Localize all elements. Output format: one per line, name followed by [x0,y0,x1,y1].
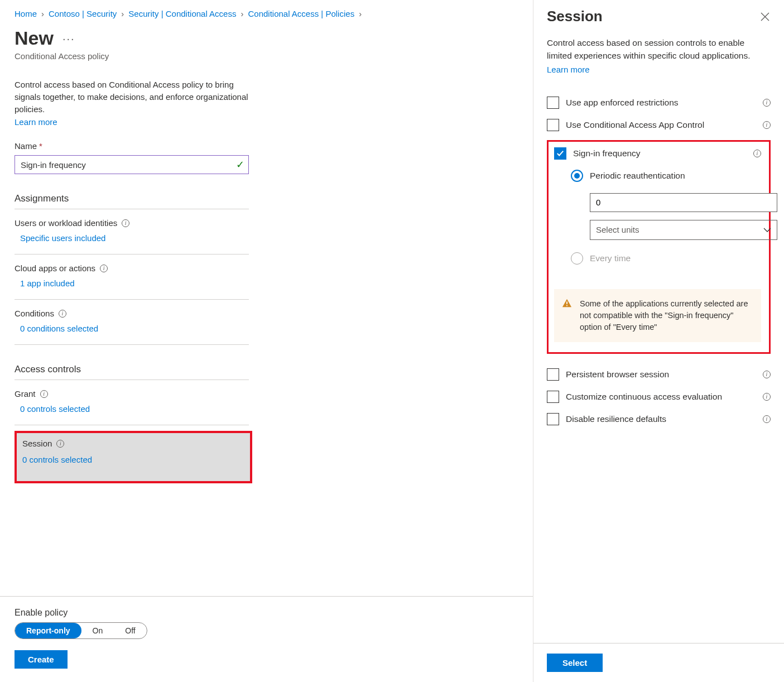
session-panel: Session Control access based on session … [533,0,784,682]
svg-rect-1 [566,305,567,306]
signin-frequency-highlight: Sign-in frequency i Periodic reauthentic… [547,140,771,354]
label-periodic: Periodic reauthentication [590,171,685,181]
toggle-report-only[interactable]: Report-only [15,623,81,638]
info-icon[interactable]: i [753,150,761,157]
access-controls-header: Access controls [15,364,249,380]
info-icon[interactable]: i [763,371,771,378]
units-placeholder: Select units [596,225,639,234]
conditions-label: Conditions [15,309,54,318]
enable-policy-label: Enable policy [15,608,518,618]
info-icon[interactable]: i [763,99,771,107]
checkbox-app-enforced[interactable] [547,97,559,109]
chevron-down-icon [763,225,771,234]
learn-more-link[interactable]: Learn more [15,117,518,127]
chevron-right-icon: › [121,9,124,18]
toggle-off[interactable]: Off [114,623,146,638]
assignments-header: Assignments [15,193,249,209]
page-intro: Control access based on Conditional Acce… [15,79,249,115]
users-label: Users or workload identities [15,218,117,228]
panel-learn-more-link[interactable]: Learn more [547,65,771,74]
breadcrumb-policies[interactable]: Conditional Access | Policies [248,9,354,18]
session-value[interactable]: 0 controls selected [22,455,244,464]
checkbox-persistent-browser[interactable] [547,368,559,381]
label-ca-app-control: Use Conditional Access App Control [566,120,756,130]
units-select[interactable]: Select units [590,220,777,240]
label-app-enforced: Use app enforced restrictions [566,98,756,108]
warning-box: Some of the applications currently selec… [554,289,761,342]
info-icon[interactable]: i [763,415,771,423]
label-cae: Customize continuous access evaluation [566,392,756,402]
session-label: Session [22,439,52,448]
checkbox-resilience[interactable] [547,413,559,425]
radio-every-time[interactable] [571,252,583,265]
breadcrumb-conditional-access[interactable]: Security | Conditional Access [128,9,236,18]
bottom-bar: Enable policy Report-only On Off Create [0,596,533,669]
toggle-on[interactable]: On [81,623,114,638]
label-every-time: Every time [590,253,631,263]
session-block-highlight: Session i 0 controls selected [15,431,252,483]
chevron-right-icon: › [359,9,362,18]
info-icon[interactable]: i [40,390,48,398]
info-icon[interactable]: i [763,393,771,401]
name-input[interactable] [15,155,249,174]
info-icon[interactable]: i [59,310,66,318]
panel-intro: Control access based on session controls… [547,36,771,63]
svg-rect-0 [566,301,567,304]
breadcrumb-security[interactable]: Contoso | Security [49,9,117,18]
label-resilience: Disable resilience defaults [566,414,756,424]
chevron-right-icon: › [241,9,243,18]
cloud-apps-label: Cloud apps or actions [15,263,95,273]
main-content: Home › Contoso | Security › Security | C… [0,0,533,682]
breadcrumb: Home › Contoso | Security › Security | C… [15,9,518,18]
grant-value[interactable]: 0 controls selected [15,404,249,414]
panel-title: Session [547,8,603,25]
session-item[interactable]: Session i 0 controls selected [17,433,250,481]
name-label: Name* [15,141,518,151]
checkbox-signin-frequency[interactable] [554,147,566,160]
conditions-value[interactable]: 0 conditions selected [15,324,249,333]
page-subtitle: Conditional Access policy [15,51,518,61]
create-button[interactable]: Create [15,650,68,669]
cloud-apps-value[interactable]: 1 app included [15,278,249,288]
breadcrumb-home[interactable]: Home [15,9,37,18]
label-signin-frequency: Sign-in frequency [573,148,747,159]
info-icon[interactable]: i [122,219,129,227]
warning-text: Some of the applications currently selec… [580,298,752,333]
checkbox-cae[interactable] [547,391,559,403]
checkbox-ca-app-control[interactable] [547,119,559,131]
radio-periodic[interactable] [571,170,583,182]
info-icon[interactable]: i [100,265,108,272]
chevron-right-icon: › [41,9,44,18]
select-button[interactable]: Select [547,654,603,672]
label-persistent-browser: Persistent browser session [566,369,756,380]
close-icon[interactable] [757,9,773,25]
enable-policy-toggle[interactable]: Report-only On Off [15,622,147,639]
panel-footer: Select [533,643,784,682]
checkmark-icon: ✓ [236,159,244,171]
page-title: New [15,27,54,49]
frequency-value-input[interactable] [590,193,777,212]
info-icon[interactable]: i [763,121,771,129]
users-value[interactable]: Specific users included [15,233,249,243]
info-icon[interactable]: i [56,440,64,448]
warning-icon [562,298,572,333]
grant-label: Grant [15,389,36,398]
more-icon[interactable]: ··· [62,33,75,44]
